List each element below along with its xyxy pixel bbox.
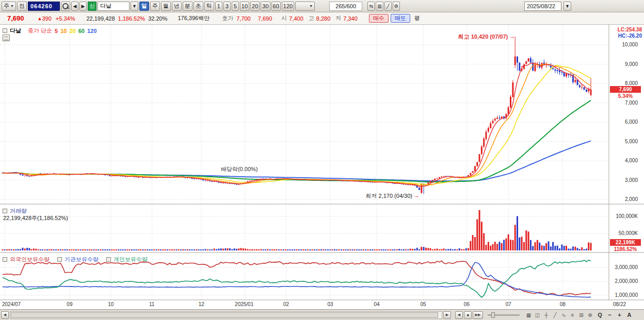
scrollbar-thumb[interactable]	[11, 312, 438, 318]
x-axis-end-label: 08/22	[613, 301, 626, 307]
volume-rate: 1,186.52%	[118, 15, 146, 22]
volume-title: 거래량	[10, 207, 27, 215]
stock-dropdown-button[interactable]: ▼	[131, 2, 138, 11]
step-back-button[interactable]: ◀	[455, 311, 463, 319]
legend-symbol-name: 다날	[10, 27, 21, 35]
candle-style-button[interactable]: ▥	[376, 2, 383, 11]
chart-style-select[interactable]: ▼	[295, 2, 315, 11]
split-view-icon[interactable]: ◫	[533, 311, 542, 319]
search-button[interactable]	[61, 2, 70, 11]
legend-ma-period-10: 10	[60, 28, 67, 34]
x-axis-label: 12	[199, 301, 204, 307]
menu-list-icon[interactable]: ≡	[568, 311, 577, 319]
ma-10-line	[3, 64, 591, 186]
minute-5-button[interactable]: 5	[232, 2, 239, 11]
trendline-icon[interactable]: ╱	[551, 311, 559, 319]
pane-toggle-icon[interactable]	[3, 257, 7, 262]
fast-forward-button[interactable]: ▶▶	[473, 311, 483, 319]
add-window-icon[interactable]: ⊞	[577, 311, 586, 319]
wave-indicator-icon[interactable]: ∿	[559, 311, 568, 319]
x-axis-label: 05	[421, 301, 426, 307]
x-axis-label: 07	[506, 301, 511, 307]
minute-60-button[interactable]: 60	[271, 2, 281, 11]
tick-button-group: 분초틱	[183, 2, 214, 11]
x-axis-label: 02	[283, 301, 289, 307]
buy-button[interactable]: 매수	[369, 14, 389, 23]
x-axis-label: 04	[374, 301, 379, 307]
minute-mode-button[interactable]: 분	[183, 2, 192, 11]
date-picker[interactable]: 2025/08/22	[524, 2, 561, 11]
high-price: 8,280	[316, 15, 331, 22]
chart-canvas[interactable]	[0, 25, 644, 309]
chart-settings-icon[interactable]	[3, 35, 10, 41]
minute-3-button[interactable]: 3	[223, 2, 231, 11]
price-pane-legend: 다날종가 단순5102060120	[3, 27, 96, 35]
chevron-down-icon: ▼	[309, 4, 313, 8]
holdings-line-0	[3, 261, 591, 295]
auto-scale-button[interactable]: A	[625, 311, 634, 319]
pane-toggle-icon[interactable]	[3, 209, 7, 213]
zoom-out-button[interactable]: −	[605, 311, 614, 319]
speed-slider[interactable]	[488, 314, 520, 316]
zoom-in-button[interactable]: +	[615, 311, 624, 319]
second-mode-button[interactable]: 초	[194, 2, 203, 11]
turnover-rate: 32.20%	[148, 15, 167, 22]
crosshair-icon[interactable]: ┼	[542, 311, 551, 319]
sell-button[interactable]: 매도	[391, 14, 410, 23]
change-up-icon: ▲	[38, 16, 42, 21]
period-year-button[interactable]: 년	[172, 2, 182, 11]
speed-slider-thumb[interactable]	[491, 312, 495, 318]
x-axis-label: 2024/07	[2, 301, 21, 307]
pane-toggle-icon[interactable]	[57, 257, 62, 262]
chevron-down-icon: ▼	[10, 4, 14, 8]
minute-10-button[interactable]: 10	[240, 2, 249, 11]
minute-120-button[interactable]: 120	[282, 2, 294, 11]
avg-label: 평	[414, 14, 420, 22]
open-label: 시	[281, 14, 287, 22]
minute-1-button[interactable]: 1	[215, 2, 222, 11]
period-week-button[interactable]: 주	[150, 2, 160, 11]
stock-code-input[interactable]	[28, 2, 60, 11]
minute-20-button[interactable]: 20	[250, 2, 260, 11]
scroll-left-button[interactable]: ◀	[1, 311, 9, 319]
stock-name-input[interactable]	[98, 2, 130, 11]
main-toolbar: 주 ▼ 전 ◀ ▶ 신 ▼ 일주월년 분초틱 13510203060120 ▼ …	[0, 0, 644, 12]
stop-button[interactable]: ■	[464, 311, 472, 319]
chart-scrollbar[interactable]	[10, 311, 442, 319]
next-arrow-button[interactable]: ▶	[79, 2, 87, 11]
x-axis-label: 11	[149, 301, 154, 307]
line-style-button[interactable]: ╱	[384, 2, 392, 11]
period-month-button[interactable]: 월	[161, 2, 171, 11]
x-axis-label: 03	[327, 301, 333, 307]
bar-count-field[interactable]: 265/600	[329, 2, 362, 11]
trade-value: 176,396백만	[178, 14, 210, 22]
holdings-series-label-2: 개인보유수량	[114, 256, 148, 263]
prev-arrow-button[interactable]: ◀	[71, 2, 78, 11]
hoga-label: 호가	[222, 14, 233, 22]
current-change-badge: 5.34%	[610, 93, 641, 99]
tick-mode-button[interactable]: 틱	[204, 2, 214, 11]
minute-30-button[interactable]: 30	[261, 2, 270, 11]
previous-stock-button[interactable]: 전	[17, 2, 27, 11]
x-axis-label: 06	[464, 301, 470, 307]
low-price: 7,340	[343, 15, 358, 22]
scroll-right-button[interactable]: ▶	[443, 311, 451, 319]
pane-toggle-icon[interactable]	[3, 28, 7, 33]
price-change: 390	[42, 15, 51, 22]
grid-tool-icon[interactable]: ▦	[524, 311, 533, 319]
quote-bar: 7,690 ▲ 390 +5.34% 22,199,428 1,186.52% …	[0, 12, 644, 25]
chart-group-week-select[interactable]: 주 ▼	[2, 2, 16, 11]
indicator-icon[interactable]: ⊕	[586, 311, 594, 319]
bottom-toolbar: ◀ ▶ ◀ ■ ▶▶ ▦◫┼╱∿≡⊞⊕ Q − + A	[0, 309, 644, 320]
open-price: 7,400	[289, 15, 303, 22]
period-day-button[interactable]: 일	[139, 2, 149, 11]
date-value: 2025/08/22	[527, 3, 555, 9]
pane-toggle-icon[interactable]	[106, 257, 111, 262]
holdings-pane-legend: 외국인보유수량기관보유수량개인보유수량	[3, 256, 148, 263]
compare-tool-button[interactable]: ⇆	[367, 2, 375, 11]
settings-gear-button[interactable]: ⚙	[393, 2, 400, 11]
current-volume-rate: 1186.52%	[610, 246, 641, 252]
date-dropdown-button[interactable]: ▼	[564, 2, 571, 11]
x-axis-label: 2025/01	[235, 301, 253, 307]
zoom-tool-button[interactable]: Q	[595, 311, 604, 319]
